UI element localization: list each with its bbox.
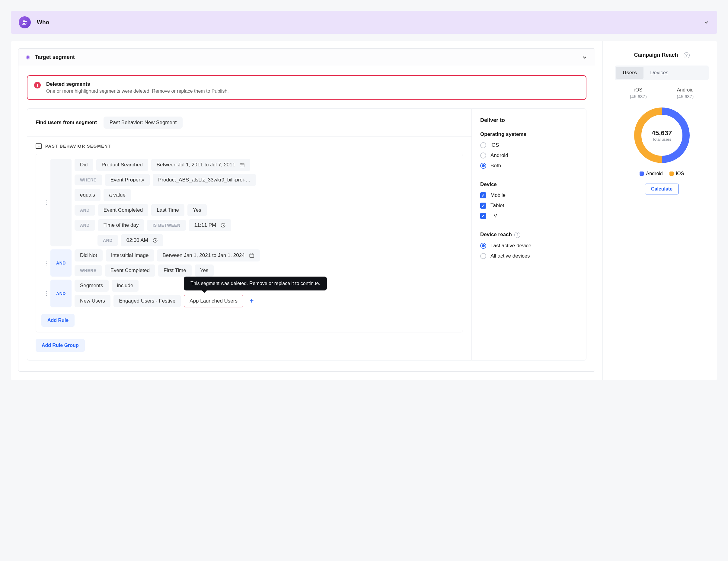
segment-type-title: PAST BEHAVIOR SEGMENT	[45, 144, 111, 148]
reach-donut-chart: 45,637 Total users	[615, 105, 709, 165]
calendar-icon	[239, 162, 245, 167]
reach-tabs: Users Devices	[615, 65, 709, 80]
campaign-reach-title: Campaign Reach	[634, 52, 678, 58]
calculate-button[interactable]: Calculate	[645, 183, 679, 194]
deleted-segment-tooltip: This segment was deleted. Remove or repl…	[184, 276, 327, 291]
segments-selector[interactable]: Segments	[75, 279, 109, 292]
people-icon	[19, 16, 31, 28]
event-selector[interactable]: Product Searched	[96, 159, 148, 171]
segment-chip[interactable]: New Users	[75, 295, 110, 307]
who-title: Who	[37, 19, 49, 26]
add-rule-group-button[interactable]: Add Rule Group	[36, 339, 85, 352]
time-selector[interactable]: 02:00 AM	[121, 234, 163, 246]
rule-group: ⋮⋮ AND Segments include New Users	[41, 279, 457, 308]
reach-option-all[interactable]: All active devices	[480, 253, 578, 259]
drag-handle-icon[interactable]: ⋮⋮	[41, 279, 46, 308]
didnot-selector[interactable]: Did Not	[75, 249, 103, 261]
tab-users[interactable]: Users	[616, 67, 643, 79]
svg-point-0	[23, 20, 25, 22]
date-range-text: Between Jan 1, 2021 to Jan 1, 2024	[162, 252, 244, 258]
add-rule-button[interactable]: Add Rule	[41, 314, 75, 327]
campaign-reach-panel: Campaign Reach ? Users Devices iOS (45,6…	[602, 41, 717, 380]
chevron-down-icon[interactable]	[703, 19, 709, 25]
donut-label: Total users	[652, 137, 672, 142]
os-option-android[interactable]: Android	[480, 152, 578, 158]
drag-handle-icon[interactable]: ⋮⋮	[41, 159, 46, 246]
radio-icon	[480, 142, 486, 148]
legend-swatch-ios	[669, 171, 674, 176]
alert-icon: !	[34, 82, 41, 88]
os-label: Operating systems	[480, 131, 578, 137]
value-input[interactable]: a value	[104, 189, 131, 201]
and-label: AND	[75, 220, 95, 231]
alert-title: Deleted segments	[46, 81, 229, 87]
deliver-to-title: Deliver to	[480, 117, 578, 123]
event-selector[interactable]: Event Completed	[105, 264, 155, 276]
help-icon[interactable]: ?	[684, 52, 690, 58]
rule-group: ⋮⋮ AND Did Not Interstitial Image Betwee…	[41, 249, 457, 276]
clock-icon	[220, 222, 226, 228]
device-option-tablet[interactable]: ✓Tablet	[480, 202, 578, 209]
tab-devices[interactable]: Devices	[643, 67, 675, 79]
alert-message: One or more highlighted segments were de…	[46, 88, 229, 94]
os-option-both[interactable]: Both	[480, 163, 578, 169]
property-type-selector[interactable]: Event Property	[105, 174, 150, 186]
rule-join-and[interactable]: AND	[50, 249, 72, 276]
radio-icon	[480, 243, 486, 249]
radio-icon	[480, 253, 486, 259]
yesno-selector[interactable]: Yes	[187, 204, 207, 216]
target-segment-title: Target segment	[35, 54, 75, 60]
checkbox-icon: ✓	[480, 213, 486, 219]
date-range-selector[interactable]: Between Jan 1, 2021 to Jan 1, 2024	[157, 249, 260, 261]
reach-option-last[interactable]: Last active device	[480, 243, 578, 249]
stat-android: Android (45,637)	[677, 87, 694, 99]
target-segment-body: ! Deleted segments One or more highlight…	[18, 66, 595, 372]
find-users-label: Find users from segment	[36, 119, 97, 126]
segment-chip[interactable]: Engaged Users - Festive	[113, 295, 181, 307]
timing-selector[interactable]: Last Time	[151, 204, 184, 216]
time-value: 02:00 AM	[126, 237, 148, 243]
device-reach-label: Device reach?	[480, 231, 578, 238]
legend-swatch-android	[640, 171, 644, 176]
rule-group: ⋮⋮ Did Product Searched Between Jul 1, 2…	[41, 159, 457, 246]
device-label: Device	[480, 181, 578, 187]
where-label: WHERE	[75, 174, 102, 185]
event-selector[interactable]: Event Completed	[98, 204, 148, 216]
deliver-to-panel: Deliver to Operating systems iOS Android…	[471, 109, 586, 360]
checkbox-icon: ✓	[480, 202, 486, 209]
did-selector[interactable]: Did	[75, 159, 93, 171]
who-section-header[interactable]: Who	[11, 11, 717, 34]
svg-point-1	[25, 21, 27, 22]
add-segment-button[interactable]: +	[246, 296, 257, 307]
help-icon[interactable]: ?	[514, 232, 520, 238]
include-selector[interactable]: include	[112, 279, 139, 292]
target-segment-header[interactable]: Target segment	[18, 48, 595, 66]
deleted-segment-chip[interactable]: App Launched Users	[184, 295, 243, 308]
operator-selector[interactable]: equals	[75, 189, 101, 201]
device-option-mobile[interactable]: ✓Mobile	[480, 192, 578, 198]
device-option-tv[interactable]: ✓TV	[480, 213, 578, 219]
drag-handle-icon[interactable]: ⋮⋮	[41, 249, 46, 276]
os-option-ios[interactable]: iOS	[480, 142, 578, 148]
find-users-row: Find users from segment Past Behavior: N…	[27, 109, 471, 137]
time-selector[interactable]: 11:11 PM	[189, 219, 231, 231]
reach-legend: Android iOS	[615, 171, 709, 176]
stat-ios: iOS (45,637)	[630, 87, 647, 99]
date-range-selector[interactable]: Between Jul 1, 2011 to Jul 7, 2011	[151, 159, 251, 171]
rule-join-and[interactable]: AND	[50, 279, 72, 308]
where-label: WHERE	[75, 265, 102, 276]
rule-join-blank	[50, 159, 72, 246]
calendar-icon	[249, 253, 254, 258]
chevron-down-icon[interactable]	[582, 54, 588, 60]
property-value-selector[interactable]: Product_ABS_alsLlz_33wkr9_bill-proi-…	[153, 174, 256, 186]
time-label-selector[interactable]: Time of the day	[98, 219, 144, 231]
event-selector[interactable]: Interstitial Image	[106, 249, 154, 261]
timing-selector[interactable]: First Time	[158, 264, 192, 276]
date-range-text: Between Jul 1, 2011 to Jul 7, 2011	[157, 162, 235, 168]
time-value: 11:11 PM	[194, 222, 216, 228]
yesno-selector[interactable]: Yes	[195, 264, 214, 276]
segment-chip[interactable]: Past Behavior: New Segment	[104, 116, 183, 129]
checkbox-icon: ✓	[480, 192, 486, 198]
radio-icon	[480, 163, 486, 169]
segment-builder-card: Find users from segment Past Behavior: N…	[27, 108, 586, 361]
